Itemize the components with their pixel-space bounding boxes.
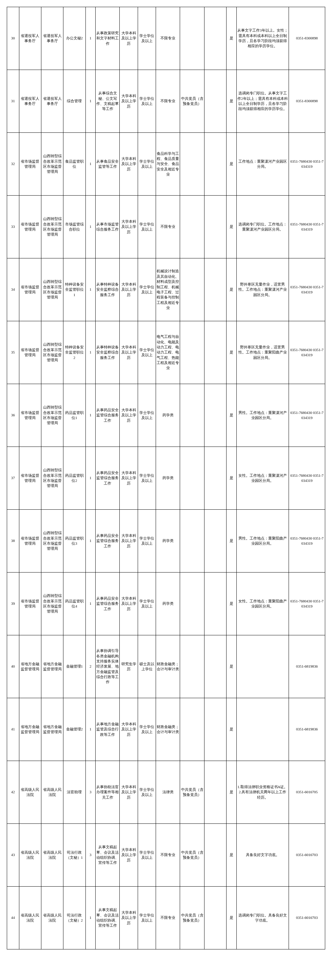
cell-remark: 男性。工作地点：重聚阳曲产业园区分局。 <box>236 510 289 573</box>
cell-dept2: 山西转型综合改革示范区市场监督管理局 <box>41 196 63 258</box>
cell-politics <box>180 133 204 196</box>
cell-post: 特种设备安全监管职位2 <box>63 321 85 384</box>
table-row: 32省市场监督管理局山西转型综合改革示范区市场监督管理局食品监管职位1从事食品安… <box>7 133 325 196</box>
cell-other <box>204 635 226 698</box>
cell-degree: 硕士及以上学位 <box>138 635 156 698</box>
cell-politics <box>180 573 204 635</box>
cell-dept1: 省地方金融监督管理局 <box>19 635 41 698</box>
cell-other <box>204 70 226 133</box>
cell-dept1: 省市场监督管理局 <box>19 510 41 573</box>
cell-dept2: 山西转型综合改革示范区市场监督管理局 <box>41 573 63 635</box>
cell-degree: 学士学位及以上 <box>138 70 156 133</box>
cell-no: 44 <box>7 887 19 950</box>
cell-shi: 是 <box>226 7 237 70</box>
table-row: 36省市场监督管理局山西转型综合改革示范区市场监督管理局药品监管职位11从事药品… <box>7 384 325 447</box>
cell-degree: 学士学位及以上 <box>138 384 156 447</box>
cell-edu: 大学本科及以上学历 <box>120 447 138 510</box>
cell-edu: 大学本科及以上学历 <box>120 258 138 321</box>
cell-major: 药学类 <box>156 573 180 635</box>
cell-major: 财政金融类；会计与审计类 <box>156 635 180 698</box>
cell-remark: 女性。工作地点：重聚潇河产业园区分局。 <box>236 447 289 510</box>
cell-post: 办公文秘2 <box>63 7 85 70</box>
cell-duty: 从事药品安全监管综合服务工作 <box>96 573 120 635</box>
table-row: 33省市场监督管理局山西转型综合改革示范区市场监督管理局市场监管综合职位1从事市… <box>7 196 325 258</box>
cell-num: 1 <box>85 510 96 573</box>
cell-edu: 大学本科及以上学历 <box>120 573 138 635</box>
cell-duty: 从事药品安全监管综合服务工作 <box>96 384 120 447</box>
cell-num: 2 <box>85 635 96 698</box>
cell-shi: 是 <box>226 887 237 950</box>
cell-shi: 是 <box>226 384 237 447</box>
cell-major: 机械设计制造及其自动化、材料成型及控制工程、机械电子工程、过程装备与控制工程及相… <box>156 258 180 321</box>
cell-no: 42 <box>7 761 19 824</box>
table-row: 38省市场监督管理局山西转型综合改革示范区市场监督管理局药品监管职位31从事药品… <box>7 510 325 573</box>
cell-phone: 0351-6016703 <box>289 824 325 887</box>
cell-post: 药品监管职位1 <box>63 384 85 447</box>
cell-degree: 学士学位及以上 <box>138 447 156 510</box>
cell-dept1: 省市场监督管理局 <box>19 573 41 635</box>
cell-no: 36 <box>7 384 19 447</box>
cell-post: 司法行政（文秘）2 <box>63 887 85 950</box>
cell-phone: 0351-7680430 0351-7034319 <box>289 573 325 635</box>
cell-num: 1 <box>85 447 96 510</box>
cell-dept2: 山西转型综合改革示范区市场监督管理局 <box>41 133 63 196</box>
cell-duty: 从事协助法官办理案件等相关工作 <box>96 761 120 824</box>
table-row: 44省高级人民法院省高级人民法院司法行政（文秘）21从事文稿起草、会议及活动组织… <box>7 887 325 950</box>
cell-major: 药学类 <box>156 510 180 573</box>
cell-no: 37 <box>7 447 19 510</box>
cell-num: 1 <box>85 7 96 70</box>
cell-dept1: 省地方金融监督管理局 <box>19 698 41 761</box>
cell-remark: 男性。工作地点：重聚潇河产业园区分局。 <box>236 384 289 447</box>
cell-no: 32 <box>7 133 19 196</box>
cell-degree: 学士学位及以上 <box>138 7 156 70</box>
cell-post: 法官助理 <box>63 761 85 824</box>
cell-dept1: 省高级人民法院 <box>19 761 41 824</box>
cell-degree: 学士学位及以上 <box>138 321 156 384</box>
cell-degree: 学士学位及以上 <box>138 258 156 321</box>
cell-other <box>204 447 226 510</box>
cell-politics <box>180 196 204 258</box>
cell-dept1: 省市场监督管理局 <box>19 384 41 447</box>
cell-remark: 女性。工作地点：重聚阳曲产业园区分局。 <box>236 573 289 635</box>
cell-shi: 是 <box>226 258 237 321</box>
table-row: 37省市场监督管理局山西转型综合改革示范区市场监督管理局药品监管职位21从事药品… <box>7 447 325 510</box>
cell-degree: 学士学位及以上 <box>138 887 156 950</box>
cell-phone: 0351-7680430 0351-7034319 <box>289 510 325 573</box>
cell-duty: 从事特种设备安全监察综合服务工作 <box>96 321 120 384</box>
cell-dept2: 山西转型综合改革示范区市场监督管理局 <box>41 321 63 384</box>
cell-post: 特种设备安全监管职位1 <box>63 258 85 321</box>
cell-dept1: 省市场监督管理局 <box>19 258 41 321</box>
cell-no: 30 <box>7 7 19 70</box>
cell-dept1: 省市场监督管理局 <box>19 321 41 384</box>
cell-duty: 从事地方金融监管及综合行政等工作 <box>96 698 120 761</box>
cell-remark: 选调岗专门职位。具备良好文字功底。 <box>236 887 289 950</box>
cell-post: 食品监管职位 <box>63 133 85 196</box>
cell-phone: 0351-8300898 <box>289 7 325 70</box>
cell-num: 1 <box>85 321 96 384</box>
cell-post: 司法行政（文秘）1 <box>63 824 85 887</box>
cell-politics <box>180 698 204 761</box>
cell-politics: 中共党员（含预备党员） <box>180 887 204 950</box>
cell-dept1: 省市场监督管理局 <box>19 133 41 196</box>
cell-other <box>204 321 226 384</box>
cell-phone: 0351-7680430 0351-7034319 <box>289 133 325 196</box>
cell-no: 34 <box>7 258 19 321</box>
cell-phone: 0351-6819836 <box>289 635 325 698</box>
cell-phone: 0351-6819836 <box>289 698 325 761</box>
cell-no: 39 <box>7 573 19 635</box>
cell-no: 40 <box>7 635 19 698</box>
cell-post: 综合管理 <box>63 70 85 133</box>
cell-edu: 大学本科及以上学历 <box>120 70 138 133</box>
cell-post: 药品监管职位3 <box>63 510 85 573</box>
cell-major: 不限专业 <box>156 7 180 70</box>
cell-politics <box>180 258 204 321</box>
cell-major: 食品科学与工程、食品质量与安全、食品安全及相近专业 <box>156 133 180 196</box>
cell-other <box>204 510 226 573</box>
cell-dept1: 省退役军人事务厅 <box>19 70 41 133</box>
cell-other <box>204 761 226 824</box>
cell-edu: 大学本科及以上学历 <box>120 824 138 887</box>
cell-remark <box>236 698 289 761</box>
cell-degree: 学士学位及以上 <box>138 698 156 761</box>
table-row: 35省市场监督管理局山西转型综合改革示范区市场监督管理局特种设备安全监管职位21… <box>7 321 325 384</box>
cell-degree: 学士学位及以上 <box>138 196 156 258</box>
